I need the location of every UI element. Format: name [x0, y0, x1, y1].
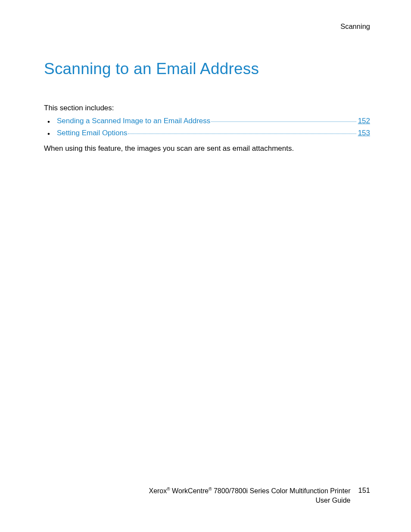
body-paragraph: When using this feature, the images you …	[44, 144, 370, 153]
section-intro: This section includes:	[44, 104, 370, 112]
document-page: Scanning Scanning to an Email Address Th…	[0, 0, 411, 532]
page-title: Scanning to an Email Address	[44, 60, 370, 78]
footer-page-number: 151	[358, 486, 370, 495]
toc-leader-dots	[128, 134, 356, 134]
bullet-icon: •	[47, 118, 50, 126]
bullet-icon: •	[47, 130, 50, 138]
footer-brand: Xerox	[149, 488, 167, 495]
toc-page-number[interactable]: 153	[358, 129, 370, 137]
toc-item: • Sending a Scanned Image to an Email Ad…	[45, 117, 370, 125]
toc-leader-dots	[211, 121, 356, 122]
footer-model: 7800/7800i Series Color Multifunction Pr…	[212, 488, 351, 495]
toc-list: • Sending a Scanned Image to an Email Ad…	[45, 117, 370, 137]
page-footer: Xerox® WorkCentre® 7800/7800i Series Col…	[44, 486, 370, 505]
registered-icon: ®	[209, 487, 212, 492]
toc-link-sending-scanned-image[interactable]: Sending a Scanned Image to an Email Addr…	[57, 117, 210, 125]
footer-product-info: Xerox® WorkCentre® 7800/7800i Series Col…	[149, 486, 350, 505]
toc-page-number[interactable]: 152	[358, 117, 370, 125]
header-section-label: Scanning	[44, 22, 370, 31]
registered-icon: ®	[167, 487, 170, 492]
footer-product: WorkCentre	[170, 488, 209, 495]
toc-item: • Setting Email Options 153	[45, 129, 370, 137]
toc-link-setting-email-options[interactable]: Setting Email Options	[57, 129, 127, 137]
footer-guide: User Guide	[316, 497, 351, 504]
